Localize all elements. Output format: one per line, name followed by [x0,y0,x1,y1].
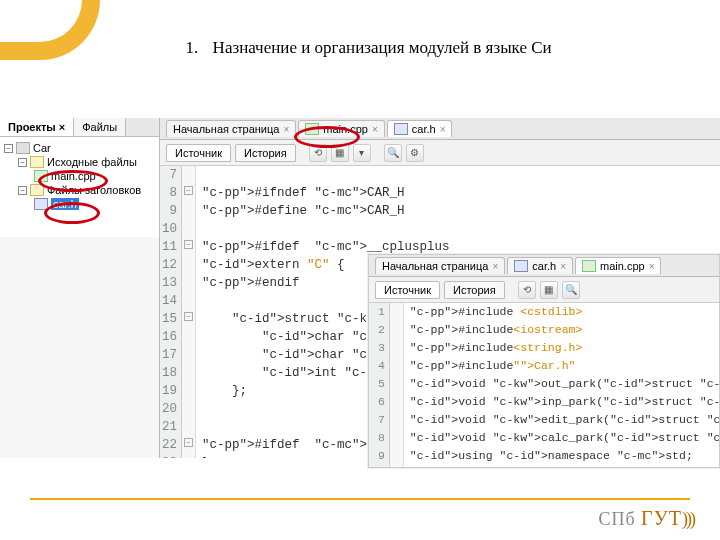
editor-tabs: Начальная страница× main.cpp× car.h× [160,118,720,140]
project-icon [16,142,30,154]
tree-label: main.cpp [51,170,96,182]
projects-tabs: Проекты × Файлы [0,118,159,137]
slide-title: 1. Назначение и организация модулей в яз… [0,38,720,58]
tab-projects[interactable]: Проекты × [0,118,74,136]
editor-subtoolbar: Источник История ⟲ ▦ 🔍 [369,277,719,303]
editor-tabs: Начальная страница× car.h× main.cpp× [369,255,719,277]
close-icon[interactable]: × [440,124,446,135]
subtab-source[interactable]: Источник [375,281,440,299]
footer-logo: СПб ГУТ))) [598,507,694,530]
tab-start-page[interactable]: Начальная страница× [375,257,505,274]
close-icon[interactable]: × [492,261,498,272]
tree-label: Исходные файлы [47,156,137,168]
folder-icon [30,156,44,168]
h-file-icon [34,198,48,210]
subtab-history[interactable]: История [235,144,296,162]
tree-file-main[interactable]: main.cpp [4,169,159,183]
tab-projects-label: Проекты [8,121,56,133]
tree-folder-sources[interactable]: − Исходные файлы [4,155,159,169]
line-numbers: 7891011121314151617181920212223242526 [160,166,182,458]
tab-files[interactable]: Файлы [74,118,126,136]
tab-car-h[interactable]: car.h× [507,257,573,274]
tab-main-cpp[interactable]: main.cpp× [575,257,661,274]
close-icon[interactable]: × [283,124,289,135]
line-numbers: 123456789101112 [369,303,390,467]
subtab-source[interactable]: Источник [166,144,231,162]
fold-column[interactable]: − [390,303,404,467]
close-icon[interactable]: × [649,261,655,272]
toolbar-icon[interactable]: ▾ [353,144,371,162]
code-editor[interactable]: 123456789101112 − "c-pp">#include <cstdl… [369,303,719,467]
fold-column[interactable]: − − − − [182,166,196,458]
toolbar-icon[interactable]: ⚙ [406,144,424,162]
cpp-file-icon [582,260,596,272]
tab-start-page[interactable]: Начальная страница× [166,120,296,137]
tree-label-selected: car.h [51,198,79,210]
tab-main-cpp[interactable]: main.cpp× [298,120,384,137]
footer-divider [30,498,690,500]
editor-subtoolbar: Источник История ⟲ ▦ ▾ 🔍 ⚙ [160,140,720,166]
h-file-icon [514,260,528,272]
toolbar-icon[interactable]: ⟲ [518,281,536,299]
tab-files-label: Файлы [82,121,117,133]
collapse-icon[interactable]: − [18,158,27,167]
cpp-file-icon [305,123,319,135]
tree-file-carh[interactable]: car.h [4,197,159,211]
toolbar-icon[interactable]: ▦ [540,281,558,299]
collapse-icon[interactable]: − [18,186,27,195]
close-icon[interactable]: × [59,121,65,133]
tree-label: Car [33,142,51,154]
close-icon[interactable]: × [372,124,378,135]
close-icon[interactable]: × [560,261,566,272]
tree-label: Файлы заголовков [47,184,141,196]
code-content[interactable]: "c-pp">#include <cstdlib>"c-pp">#include… [404,303,719,467]
search-icon[interactable]: 🔍 [384,144,402,162]
tree-project-root[interactable]: − Car [4,141,159,155]
h-file-icon [394,123,408,135]
collapse-icon[interactable]: − [4,144,13,153]
tree-folder-headers[interactable]: − Файлы заголовков [4,183,159,197]
search-icon[interactable]: 🔍 [562,281,580,299]
slide-number: 1. [168,38,198,58]
subtab-history[interactable]: История [444,281,505,299]
toolbar-icon[interactable]: ⟲ [309,144,327,162]
tab-car-h[interactable]: car.h× [387,120,453,137]
editor-right: Начальная страница× car.h× main.cpp× Ист… [368,254,720,468]
folder-icon [30,184,44,196]
slide-title-text: Назначение и организация модулей в языке… [213,38,552,57]
projects-panel: Проекты × Файлы − Car − Исходные файлы m… [0,118,160,458]
cpp-file-icon [34,170,48,182]
project-tree: − Car − Исходные файлы main.cpp − Файлы … [0,137,159,237]
toolbar-icon[interactable]: ▦ [331,144,349,162]
